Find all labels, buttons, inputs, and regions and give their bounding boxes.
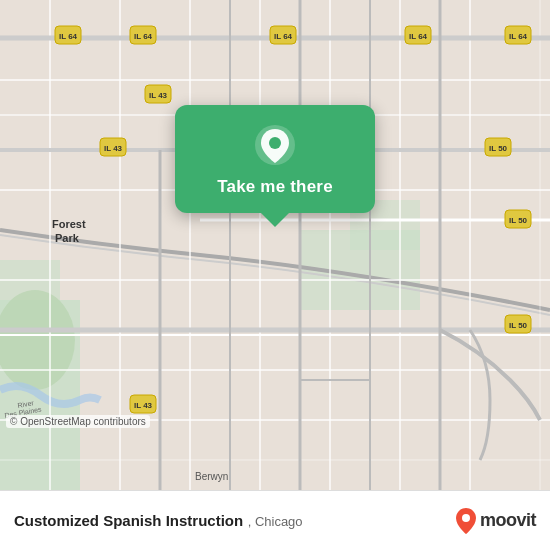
svg-text:IL 43: IL 43: [104, 144, 123, 153]
bottom-bar: Customized Spanish Instruction , Chicago…: [0, 490, 550, 550]
svg-text:IL 64: IL 64: [409, 32, 428, 41]
location-card[interactable]: Take me there: [175, 105, 375, 213]
svg-text:IL 50: IL 50: [489, 144, 508, 153]
svg-text:IL 50: IL 50: [509, 216, 528, 225]
place-city: , Chicago: [248, 514, 303, 529]
osm-attribution: © OpenStreetMap contributors: [6, 415, 150, 428]
place-title: Customized Spanish Instruction: [14, 512, 243, 529]
location-pin-icon: [253, 123, 297, 167]
svg-text:IL 43: IL 43: [134, 401, 153, 410]
moovit-pin-icon: [455, 507, 477, 535]
map-view[interactable]: River Des Plaines: [0, 0, 550, 490]
take-me-there-button[interactable]: Take me there: [217, 177, 333, 197]
svg-text:Forest: Forest: [52, 218, 86, 230]
svg-text:IL 43: IL 43: [149, 91, 168, 100]
moovit-logo: moovit: [455, 507, 536, 535]
svg-text:IL 64: IL 64: [134, 32, 153, 41]
svg-point-64: [462, 514, 470, 522]
svg-text:Park: Park: [55, 232, 80, 244]
svg-point-63: [269, 137, 281, 149]
svg-text:IL 50: IL 50: [509, 321, 528, 330]
moovit-brand-text: moovit: [480, 510, 536, 531]
svg-text:IL 64: IL 64: [59, 32, 78, 41]
svg-text:Berwyn: Berwyn: [195, 471, 228, 482]
svg-text:IL 64: IL 64: [274, 32, 293, 41]
svg-text:IL 64: IL 64: [509, 32, 528, 41]
